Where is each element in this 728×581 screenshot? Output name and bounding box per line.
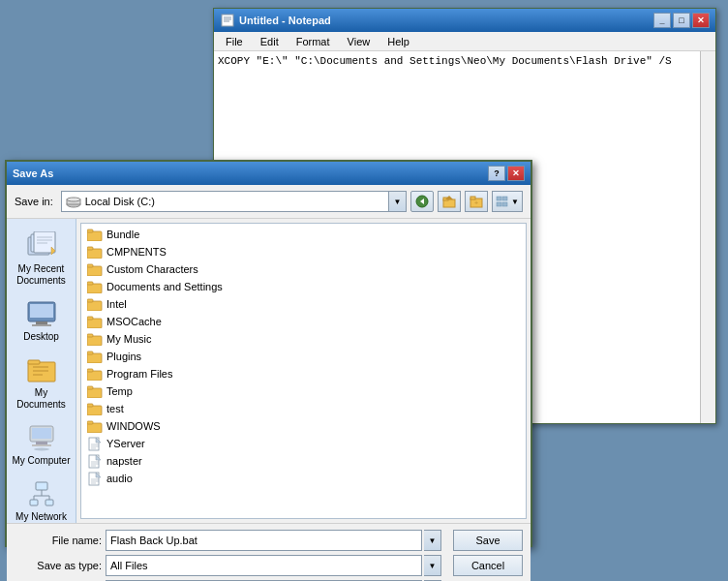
up-folder-button[interactable]	[438, 191, 461, 212]
notepad-titlebar: Untitled - Notepad _ □ ✕	[214, 9, 715, 32]
saveas-form: File name: Flash Back Up.bat ▼ Save as t…	[7, 523, 531, 581]
filetype-dropdown-arrow[interactable]: ▼	[424, 555, 441, 576]
list-item[interactable]: WINDOWS	[83, 417, 524, 435]
notepad-title: Untitled - Notepad	[239, 15, 653, 26]
folder-icon	[87, 331, 103, 347]
list-item[interactable]: YServer	[83, 435, 524, 452]
saveas-filelist[interactable]: Bundle CMPNENTS Custom Characters Docume…	[80, 223, 527, 519]
svg-rect-59	[87, 336, 102, 346]
menu-file[interactable]: File	[218, 34, 251, 49]
notepad-maximize-button[interactable]: □	[673, 13, 690, 28]
svg-rect-58	[87, 317, 93, 320]
list-item[interactable]: test	[83, 400, 524, 417]
file-name: Plugins	[106, 351, 141, 362]
svg-rect-17	[497, 202, 501, 206]
back-button[interactable]	[410, 191, 434, 212]
saveas-controls: ? ✕	[488, 166, 525, 181]
svg-rect-45	[30, 500, 38, 505]
svg-rect-50	[87, 247, 93, 250]
file-name: Temp	[106, 385, 133, 397]
list-item[interactable]: MSOCache	[83, 313, 524, 330]
svg-point-6	[67, 198, 80, 201]
svg-rect-34	[33, 374, 43, 376]
menu-view[interactable]: View	[340, 34, 379, 49]
folder-icon	[87, 418, 103, 434]
svg-rect-38	[32, 444, 51, 446]
list-item[interactable]: Documents and Settings	[83, 278, 524, 295]
filename-input-wrap: Flash Back Up.bat ▼	[106, 530, 441, 551]
svg-rect-68	[87, 404, 93, 407]
list-item[interactable]: audio	[83, 470, 524, 487]
svg-rect-65	[87, 388, 102, 398]
svg-rect-27	[30, 304, 53, 318]
file-name: test	[106, 403, 124, 414]
list-item[interactable]: Custom Characters	[83, 260, 524, 278]
svg-rect-55	[87, 301, 102, 311]
list-item[interactable]: CMPNENTS	[83, 243, 524, 260]
file-name: YServer	[106, 438, 145, 449]
folder-icon	[87, 279, 103, 294]
svg-rect-37	[36, 442, 47, 444]
sidebar-item-desktop[interactable]: Desktop	[11, 294, 73, 347]
folder-icon	[87, 244, 103, 260]
sidebar-item-mycomp[interactable]: My Computer	[11, 418, 73, 471]
notepad-text: XCOPY "E:\" "C:\Documents and Settings\N…	[218, 55, 712, 67]
folder-icon	[87, 227, 103, 242]
mycomp-icon	[26, 422, 57, 453]
menu-help[interactable]: Help	[379, 34, 417, 49]
file-name: Intel	[106, 298, 127, 310]
folder-icon	[87, 314, 103, 329]
svg-rect-28	[36, 321, 47, 324]
saveas-dialog: Save As ? ✕ Save in: Local Disk (C:) ▼	[5, 160, 532, 547]
mydocs-icon	[26, 354, 57, 385]
file-name: Bundle	[106, 229, 139, 240]
file-name: Program Files	[106, 368, 172, 380]
list-item[interactable]: napster	[83, 452, 524, 470]
list-item[interactable]: Bundle	[83, 226, 524, 243]
svg-rect-57	[87, 319, 102, 328]
svg-rect-60	[87, 334, 93, 337]
svg-rect-18	[502, 202, 507, 206]
list-item[interactable]: Program Files	[83, 365, 524, 382]
view-menu-button[interactable]: ▼	[492, 191, 523, 212]
saveas-close-button[interactable]: ✕	[507, 166, 525, 181]
mycomp-label: My Computer	[13, 455, 71, 467]
network-icon	[26, 478, 57, 509]
sidebar-item-network[interactable]: My Network	[11, 474, 73, 527]
saveas-help-button[interactable]: ?	[488, 166, 505, 181]
folder-icon	[87, 261, 103, 277]
file-name: Custom Characters	[106, 263, 198, 275]
menu-edit[interactable]: Edit	[253, 34, 287, 49]
list-item[interactable]: Plugins	[83, 348, 524, 365]
filetype-input[interactable]: All Files	[106, 555, 422, 576]
notepad-scrollbar[interactable]	[700, 51, 715, 423]
list-item[interactable]: Temp	[83, 382, 524, 400]
filename-input[interactable]: Flash Back Up.bat	[106, 530, 422, 551]
svg-rect-63	[87, 371, 102, 381]
file-name: My Music	[106, 333, 151, 345]
list-item[interactable]: Intel	[83, 295, 524, 313]
folder-icon	[87, 383, 103, 399]
notepad-close-button[interactable]: ✕	[692, 13, 710, 28]
save-button[interactable]: Save	[453, 530, 523, 551]
folder-icon	[87, 401, 103, 416]
svg-rect-53	[87, 284, 102, 293]
save-in-arrow[interactable]: ▼	[388, 192, 406, 211]
new-folder-button[interactable]: +	[465, 191, 488, 212]
file-name: WINDOWS	[106, 420, 161, 432]
sidebar-item-recent[interactable]: My Recent Documents	[11, 227, 73, 290]
notepad-minimize-button[interactable]: _	[653, 13, 671, 28]
cancel-button[interactable]: Cancel	[453, 555, 523, 576]
filetype-input-wrap: All Files ▼	[106, 555, 441, 576]
menu-format[interactable]: Format	[288, 34, 338, 49]
network-label: My Network	[15, 511, 67, 523]
filename-dropdown-arrow[interactable]: ▼	[424, 530, 441, 551]
file-icon	[87, 453, 103, 469]
svg-rect-70	[87, 421, 93, 424]
sidebar-item-mydocs[interactable]: My Documents	[11, 351, 73, 414]
form-buttons: Save Cancel	[453, 530, 523, 581]
list-item[interactable]: My Music	[83, 330, 524, 348]
save-in-dropdown[interactable]: Local Disk (C:) ▼	[61, 191, 407, 212]
file-name: Documents and Settings	[106, 281, 223, 292]
svg-rect-66	[87, 386, 93, 389]
